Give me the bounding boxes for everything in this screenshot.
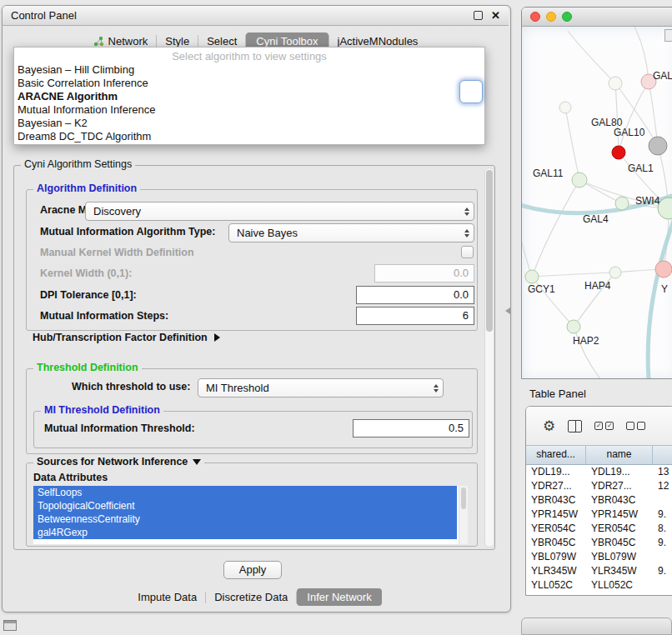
data-attributes-label: Data Attributes (33, 472, 108, 483)
mi-type-value: Naive Bayes (237, 227, 298, 239)
table-row[interactable]: YPR145W YPR145W 9. (526, 508, 672, 522)
table-row[interactable]: YDR27... YDR27... 12 (526, 479, 672, 493)
cell: YER054C (586, 522, 653, 536)
zoom-traffic-light[interactable] (562, 12, 572, 22)
control-panel-title: Control Panel (11, 9, 77, 22)
mi-type-combo[interactable]: Naive Bayes (228, 223, 474, 242)
tab-impute-data[interactable]: Impute Data (129, 589, 205, 605)
table-row[interactable]: YLL052C YLL052C (526, 578, 672, 592)
restore-panel-icon[interactable] (3, 620, 17, 631)
collapse-arrow-icon[interactable] (214, 333, 220, 342)
algorithm-definition-title: Algorithm Definition (33, 182, 140, 194)
expand-arrow-icon[interactable] (193, 459, 201, 465)
column-header[interactable]: name (586, 446, 653, 464)
dropdown-item[interactable]: Bayesian – K2 (14, 117, 484, 130)
table-row[interactable]: YER054C YER054C 8. (526, 522, 672, 536)
network-node[interactable] (559, 102, 571, 113)
column-header[interactable]: shared... (526, 446, 586, 464)
scrollbar-button[interactable] (664, 29, 672, 42)
columns-icon[interactable] (568, 420, 582, 432)
network-node[interactable] (609, 77, 622, 90)
column-header[interactable] (653, 446, 672, 464)
network-node[interactable] (615, 197, 629, 210)
network-window-titlebar[interactable] (522, 8, 672, 27)
which-threshold-combo[interactable]: MI Threshold (198, 378, 444, 398)
network-node[interactable] (612, 146, 625, 159)
node-label[interactable]: GAL4 (583, 213, 609, 225)
mi-steps-field[interactable]: 6 (356, 307, 474, 325)
tab-label: Network (108, 35, 148, 48)
node-label[interactable]: HAP2 (573, 335, 599, 347)
dropdown-item-selected[interactable]: ARACNE Algorithm (14, 90, 484, 103)
network-canvas[interactable]: GAL GAL80 GAL10 GAL11 GAL1 SWI4 GAL4 GCY… (522, 27, 672, 379)
sources-group-title[interactable]: Sources for Network Inference (33, 456, 204, 468)
float-window-icon[interactable] (474, 11, 483, 20)
network-node[interactable] (525, 270, 539, 283)
data-attributes-list[interactable]: SelfLoops TopologicalCoefficient Between… (33, 486, 468, 544)
node-label[interactable]: Y (661, 283, 668, 295)
list-scrollbar[interactable] (459, 486, 468, 544)
aracne-mode-combo[interactable]: Discovery (85, 202, 474, 221)
minimize-traffic-light[interactable] (546, 12, 556, 22)
deselect-columns-icon[interactable] (626, 422, 645, 430)
node-label[interactable]: GAL (653, 70, 672, 82)
node-label[interactable]: HAP4 (584, 280, 610, 292)
mi-threshold-field[interactable]: 0.5 (353, 419, 469, 438)
cell: YBL079W (586, 550, 653, 564)
manual-kernel-label: Manual Kernel Width Definition (40, 247, 194, 258)
dropdown-item[interactable]: Basic Correlation Inference (14, 77, 484, 90)
cyni-algorithm-settings-group: Cyni Algorithm Settings Algorithm Defini… (13, 165, 495, 550)
network-node[interactable] (655, 261, 672, 278)
cell: YER054C (526, 522, 586, 536)
close-icon[interactable]: ✕ (491, 10, 500, 21)
tab-label: jActiveMNodules (338, 35, 419, 48)
node-label[interactable]: SWI4 (635, 195, 659, 207)
list-item-selected[interactable]: gal4RGexp (33, 526, 457, 539)
network-node[interactable] (567, 320, 580, 333)
network-node[interactable] (649, 137, 667, 155)
cell: 9. (653, 508, 672, 522)
manual-kernel-checkbox[interactable] (461, 246, 474, 258)
list-item-selected[interactable]: TopologicalCoefficient (33, 499, 457, 512)
tab-infer-network[interactable]: Infer Network (297, 588, 381, 606)
settings-scrollbar-thumb[interactable] (486, 170, 493, 332)
select-columns-icon[interactable]: ✓ ✓ (594, 422, 614, 430)
cell: YBR045C (586, 536, 653, 550)
node-label[interactable]: GAL11 (533, 168, 563, 179)
splitter-handle[interactable] (505, 308, 510, 314)
kernel-width-field[interactable]: 0.0 (374, 264, 474, 282)
close-traffic-light[interactable] (530, 12, 540, 22)
gear-icon[interactable]: ⚙ (543, 419, 555, 433)
list-scrollbar-thumb[interactable] (461, 488, 466, 509)
dropdown-item[interactable]: Dream8 DC_TDC Algorithm (14, 130, 484, 143)
table-row[interactable]: YBR045C YBR045C 9. (526, 536, 672, 550)
dropdown-item[interactable]: Bayesian – Hill Climbing (14, 63, 484, 77)
list-item-selected[interactable]: SelfLoops (33, 486, 457, 499)
focused-spinner-field[interactable] (459, 80, 483, 103)
dpi-tolerance-field[interactable]: 0.0 (356, 286, 474, 304)
tab-label: Style (165, 35, 189, 48)
combo-arrows-icon (464, 208, 469, 216)
table-row[interactable]: YBR043C YBR043C (526, 493, 672, 508)
network-node[interactable] (609, 267, 621, 278)
table-row[interactable]: YBL079W YBL079W (526, 550, 672, 564)
network-node[interactable] (572, 172, 587, 188)
apply-button[interactable]: Apply (223, 561, 282, 579)
node-label[interactable]: GAL10 (614, 127, 644, 138)
cell: YBR043C (586, 493, 653, 508)
cell: YBR043C (526, 493, 586, 508)
mi-steps-label: Mutual Information Steps: (40, 310, 168, 322)
control-panel-titlebar[interactable]: Control Panel ✕ (3, 6, 509, 26)
table-row[interactable]: YDL19... YDL19... 13 (526, 465, 672, 479)
settings-scrollbar[interactable] (484, 168, 494, 548)
dropdown-item[interactable]: Mutual Information Inference (14, 103, 484, 117)
node-label[interactable]: GCY1 (528, 283, 555, 295)
checked-box-icon: ✓ (605, 422, 614, 430)
table-toolbar: ⚙ ✓ ✓ (526, 407, 672, 446)
table-row[interactable]: YLR345W YLR345W 9. (526, 564, 672, 578)
algorithm-definition-group: Algorithm Definition Aracne Mode: Discov… (26, 189, 478, 331)
list-item-selected[interactable]: BetweennessCentrality (33, 512, 457, 526)
hub-definition-section[interactable]: Hub/Transcription Factor Definition (33, 332, 220, 343)
node-label[interactable]: GAL1 (628, 162, 654, 174)
tab-discretize-data[interactable]: Discretize Data (206, 589, 296, 605)
